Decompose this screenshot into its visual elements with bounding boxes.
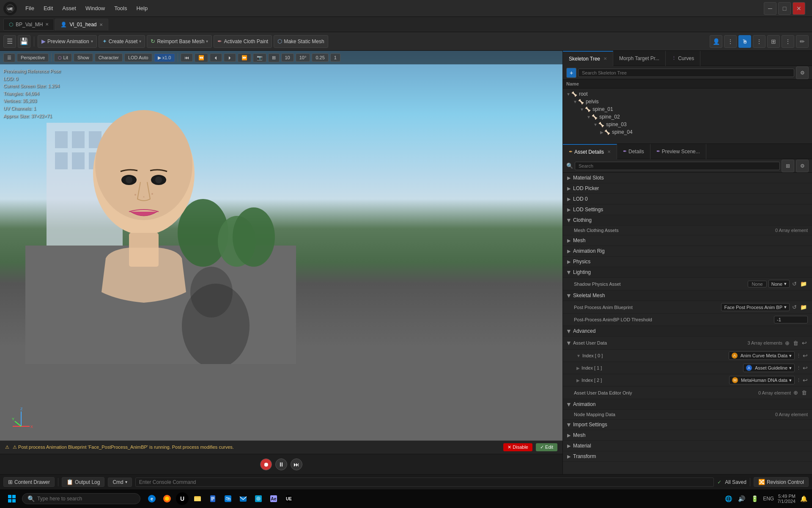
toolbar-pen-icon[interactable]: ✏	[796, 35, 809, 48]
taskbar-ae-icon[interactable]: Ae	[267, 492, 280, 505]
toolbar-dots1[interactable]: ⋮	[724, 35, 737, 48]
vp-grid-value[interactable]: 10	[281, 53, 294, 62]
taskbar-photos-icon[interactable]	[252, 492, 265, 505]
tab-vl01-close[interactable]: ✕	[99, 22, 103, 27]
close-btn[interactable]: ✕	[793, 2, 805, 15]
index-0-arrow[interactable]: ▼	[576, 353, 581, 358]
toolbar-save[interactable]: 💾	[18, 35, 30, 48]
aud-expand-arrow[interactable]: ▶	[566, 341, 572, 345]
content-drawer-btn[interactable]: ⊞ Content Drawer	[3, 477, 55, 487]
asset-search-input[interactable]	[575, 162, 780, 170]
output-log-btn[interactable]: 📋 Output Log	[62, 477, 104, 487]
taskbar-datetime[interactable]: 5:49 PM 7/1/2024	[777, 494, 796, 504]
lod0-section[interactable]: ▶ LOD 0	[563, 194, 812, 204]
index-0-dropdown[interactable]: A Anim Curve Meta Data ▾	[729, 351, 795, 360]
material-slots-section[interactable]: ▶ Material Slots	[563, 173, 812, 183]
tree-spine02-arrow[interactable]: ▼	[587, 115, 591, 119]
vp-nav-next[interactable]: ⏵	[224, 53, 236, 62]
taskbar-mail-icon[interactable]	[237, 492, 250, 505]
vp-speed[interactable]: 0.25	[312, 53, 328, 62]
maximize-btn[interactable]: □	[778, 2, 791, 15]
aud-editor-add-icon[interactable]: ⊕	[793, 389, 799, 397]
tree-root-arrow[interactable]: ▼	[566, 92, 571, 97]
tree-item-spine04[interactable]: ▶ 🦴 spine_04	[563, 128, 812, 136]
vp-view[interactable]: 1	[330, 53, 340, 62]
vp-camera-settings[interactable]: 📷	[253, 53, 266, 62]
skeleton-tree-tab[interactable]: Skeleton Tree ✕	[563, 51, 613, 66]
vp-lit[interactable]: ⬡ Lit	[54, 53, 72, 62]
taskbar-ue-icon[interactable]: U	[176, 492, 189, 505]
index-1-undo[interactable]: ↩	[803, 364, 808, 371]
mesh-section[interactable]: ▶ Mesh	[563, 235, 812, 246]
tree-item-root[interactable]: ▼ 🦴 root	[563, 90, 812, 98]
advanced-section-header[interactable]: ▶ Advanced	[563, 326, 812, 337]
vp-grid[interactable]: ⊞	[268, 53, 280, 62]
taskbar-edge-icon[interactable]: e	[145, 492, 158, 505]
taskbar-windows-btn[interactable]	[3, 492, 20, 505]
index-0-expand[interactable]: ⋮	[796, 353, 801, 359]
vp-hamburger[interactable]: ☰	[3, 53, 15, 62]
menu-edit[interactable]: Edit	[39, 3, 57, 13]
skeleton-search-input[interactable]	[578, 69, 794, 77]
lighting-section-header[interactable]: ▶ Lighting	[563, 267, 812, 278]
tree-item-pelvis[interactable]: ▼ 🦴 pelvis	[563, 98, 812, 105]
shadow-refresh-icon[interactable]: ↺	[791, 280, 798, 288]
clothing-section-header[interactable]: ▶ Clothing	[563, 215, 812, 226]
skeleton-add-btn[interactable]: +	[566, 68, 576, 78]
animation-section-header[interactable]: ▶ Animation	[563, 399, 812, 410]
index-2-expand[interactable]: ⋮	[796, 378, 801, 383]
index-1-expand[interactable]: ⋮	[796, 365, 801, 371]
taskbar-search-box[interactable]: 🔍	[22, 493, 140, 504]
index-0-undo[interactable]: ↩	[803, 352, 808, 359]
vp-character[interactable]: Character	[95, 53, 123, 62]
minimize-btn[interactable]: ─	[764, 2, 776, 15]
taskbar-battery-icon[interactable]: 🔋	[750, 494, 760, 503]
skeleton-tree-tab-close[interactable]: ✕	[604, 56, 607, 61]
lod-picker-section[interactable]: ▶ LOD Picker	[563, 183, 812, 194]
vp-fov[interactable]: 10°	[296, 53, 310, 62]
tab-vl01[interactable]: 👤 Vl_01_head ✕	[55, 19, 108, 30]
tree-spine04-arrow[interactable]: ▶	[600, 130, 604, 135]
tree-item-spine03[interactable]: ▼ 🦴 spine_03	[563, 121, 812, 128]
preview-scene-tab[interactable]: ✒ Preview Scene...	[650, 144, 706, 159]
post-process-folder-icon[interactable]: 📁	[799, 303, 808, 311]
aud-add-icon[interactable]: ⊕	[784, 339, 790, 347]
cmd-btn[interactable]: Cmd ▾	[108, 478, 132, 487]
index-2-undo[interactable]: ↩	[803, 377, 808, 384]
preview-animation-btn[interactable]: ▶ Preview Animation ▾	[38, 35, 97, 48]
lod-settings-section[interactable]: ▶ LOD Settings	[563, 204, 812, 215]
taskbar-volume-icon[interactable]: 🔊	[737, 494, 746, 503]
aud-undo-icon[interactable]: ↩	[801, 339, 808, 347]
vp-nav-prev2[interactable]: ⏴	[210, 53, 222, 62]
tree-pelvis-arrow[interactable]: ▼	[573, 99, 577, 104]
vp-perspective[interactable]: Perspective	[17, 53, 49, 62]
post-process-lod-input[interactable]	[774, 316, 808, 323]
aud-editor-remove-icon[interactable]: 🗑	[801, 389, 808, 397]
notif-edit-btn[interactable]: ✓ Edit	[536, 443, 557, 451]
taskbar-search-input[interactable]	[37, 496, 135, 502]
index-2-dropdown[interactable]: M MetaHuman DNA data ▾	[729, 376, 795, 384]
vp-show[interactable]: Show	[74, 53, 93, 62]
asset-view-toggle[interactable]: ⊞	[782, 160, 794, 172]
notif-disable-btn[interactable]: ✕ Disable	[503, 443, 532, 451]
skeleton-filter-icon[interactable]: ⚙	[796, 66, 809, 79]
tab-bp-val[interactable]: ⬡ BP_Val_MH ✕	[3, 19, 54, 30]
toolbar-dots3[interactable]: ⋮	[782, 35, 794, 48]
taskbar-store-icon[interactable]: 🛍	[222, 492, 234, 505]
toolbar-icon-left[interactable]: ☰	[3, 35, 16, 48]
tree-item-spine02[interactable]: ▼ 🦴 spine_02	[563, 113, 812, 121]
menu-help[interactable]: Help	[132, 3, 152, 13]
menu-tools[interactable]: Tools	[110, 3, 131, 13]
console-input[interactable]	[135, 478, 714, 487]
morph-target-tab[interactable]: Morph Target Pr...	[613, 51, 666, 66]
asset-details-tab[interactable]: ✒ Asset Details ✕	[563, 144, 617, 159]
animation-rig-section[interactable]: ▶ Animation Rig	[563, 246, 812, 257]
vp-nav-start[interactable]: ⏮	[181, 53, 193, 62]
asset-settings-icon[interactable]: ⚙	[796, 160, 809, 172]
taskbar-firefox-icon[interactable]	[161, 492, 173, 505]
menu-asset[interactable]: Asset	[58, 3, 80, 13]
tree-item-spine01[interactable]: ▼ 🦴 spine_01	[563, 105, 812, 113]
pause-btn[interactable]: ⏸	[275, 458, 287, 470]
taskbar-network-icon[interactable]: 🌐	[724, 494, 733, 503]
post-process-refresh-icon[interactable]: ↺	[791, 303, 798, 311]
